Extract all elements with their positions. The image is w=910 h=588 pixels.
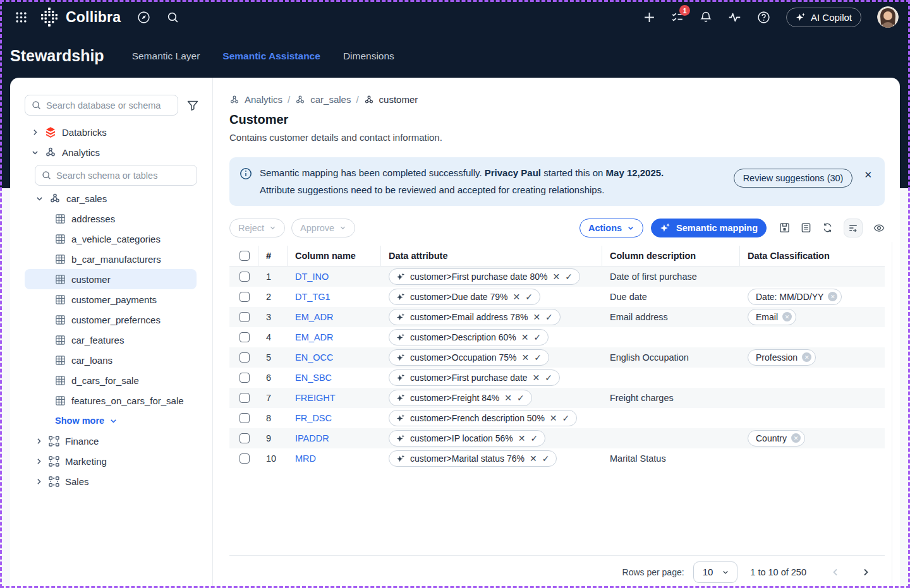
database-search-input[interactable]	[25, 95, 178, 116]
sidebar-item-marketing[interactable]: Marketing	[10, 451, 212, 471]
column-name-link[interactable]: MRD	[295, 453, 316, 464]
reject-suggestion-icon[interactable]: ✕	[521, 333, 529, 342]
row-checkbox[interactable]	[240, 433, 250, 443]
help-icon[interactable]	[757, 11, 770, 24]
sidebar-item-sales[interactable]: Sales	[10, 471, 212, 491]
column-name-link[interactable]: EN_OCC	[295, 352, 333, 363]
sidebar-table-item[interactable]: b_car_manufacturers	[25, 249, 197, 269]
save-view-icon[interactable]	[779, 222, 790, 233]
column-name-link[interactable]: FREIGHT	[295, 393, 336, 403]
reject-suggestion-icon[interactable]: ✕	[533, 313, 540, 321]
previous-page-icon[interactable]	[828, 565, 843, 580]
column-name-link[interactable]: EM_ADR	[295, 332, 333, 342]
approve-button[interactable]: Approve	[291, 219, 355, 237]
accept-suggestion-icon[interactable]: ✓	[542, 454, 550, 463]
filter-sort-icon[interactable]	[844, 219, 863, 237]
reject-suggestion-icon[interactable]: ✕	[530, 454, 537, 463]
eye-icon[interactable]	[873, 222, 885, 234]
sidebar-item-analytics[interactable]: Analytics	[10, 142, 212, 162]
reject-suggestion-icon[interactable]: ✕	[518, 434, 526, 443]
breadcrumb-analytics[interactable]: Analytics	[245, 94, 282, 105]
sidebar-table-item[interactable]: features_on_cars_for_sale	[25, 390, 197, 411]
filter-icon[interactable]	[187, 100, 198, 111]
sidebar-table-item[interactable]: car_features	[25, 330, 197, 350]
reject-suggestion-icon[interactable]: ✕	[513, 292, 520, 301]
sidebar-table-item[interactable]: addresses	[25, 208, 197, 229]
sidebar-table-item[interactable]: a_vehicle_categories	[25, 229, 197, 249]
row-checkbox[interactable]	[240, 393, 250, 403]
tab-dimensions[interactable]: Dimensions	[343, 51, 394, 62]
collibra-logo[interactable]: Collibra	[40, 7, 121, 27]
add-icon[interactable]	[643, 11, 655, 23]
select-all-checkbox[interactable]	[240, 251, 250, 261]
column-name-link[interactable]: DT_TG1	[295, 292, 331, 302]
accept-suggestion-icon[interactable]: ✓	[562, 414, 570, 423]
column-name-link[interactable]: IPADDR	[295, 433, 329, 443]
breadcrumb-car-sales[interactable]: car_sales	[310, 94, 351, 105]
ai-copilot-button[interactable]: AI Copilot	[786, 8, 861, 27]
reject-button[interactable]: Reject	[229, 219, 285, 237]
column-name-link[interactable]: FR_DSC	[295, 413, 332, 423]
reject-suggestion-icon[interactable]: ✕	[533, 373, 540, 382]
sidebar-item-finance[interactable]: Finance	[10, 431, 212, 451]
row-checkbox[interactable]	[240, 373, 250, 383]
table-row: 5 EN_OCC customer>Occupation 75% ✕ ✓ Eng…	[229, 347, 885, 368]
activity-icon[interactable]	[728, 11, 741, 24]
rows-per-page-select[interactable]: 10	[693, 561, 738, 583]
accept-suggestion-icon[interactable]: ✓	[531, 434, 538, 443]
remove-tag-icon[interactable]: ✕	[782, 312, 792, 321]
sidebar-table-label: d_cars_for_sale	[71, 375, 139, 386]
table-toolbar: Reject Approve Actions Semantic ma	[229, 219, 885, 237]
accept-suggestion-icon[interactable]: ✓	[545, 313, 553, 321]
sidebar-table-item[interactable]: customer	[25, 269, 197, 289]
sidebar-table-item[interactable]: d_cars_for_sale	[25, 370, 197, 390]
review-suggestions-button[interactable]: Review suggestions (30)	[734, 169, 853, 188]
sidebar-item-databricks[interactable]: Databricks	[10, 122, 212, 142]
column-name-link[interactable]: EM_ADR	[295, 312, 333, 322]
accept-suggestion-icon[interactable]: ✓	[565, 272, 573, 281]
tab-semantic-assistance[interactable]: Semantic Assistance	[222, 51, 320, 62]
row-checkbox[interactable]	[240, 453, 250, 464]
app-launcher-icon[interactable]	[15, 11, 27, 23]
row-checkbox[interactable]	[240, 272, 250, 282]
banner-message-secondary: Attribute suggestions need to be reviewe…	[260, 183, 664, 197]
close-icon[interactable]: ✕	[863, 169, 873, 181]
sidebar-table-item[interactable]: car_loans	[25, 350, 197, 370]
sparkles-icon	[396, 333, 405, 342]
accept-suggestion-icon[interactable]: ✓	[534, 353, 542, 362]
sidebar-item-car-sales[interactable]: car_sales	[10, 188, 212, 208]
row-checkbox[interactable]	[240, 332, 250, 342]
show-more-button[interactable]: Show more	[10, 411, 212, 431]
row-checkbox[interactable]	[240, 352, 250, 363]
search-icon[interactable]	[167, 11, 179, 23]
compass-icon[interactable]	[137, 11, 150, 24]
sidebar-table-label: car_features	[71, 335, 124, 345]
report-icon[interactable]	[801, 222, 811, 233]
accept-suggestion-icon[interactable]: ✓	[545, 373, 552, 382]
refresh-icon[interactable]	[822, 222, 833, 233]
reject-suggestion-icon[interactable]: ✕	[553, 272, 561, 281]
tab-semantic-layer[interactable]: Semantic Layer	[132, 51, 200, 62]
row-checkbox[interactable]	[240, 312, 250, 322]
actions-button[interactable]: Actions	[579, 219, 643, 237]
user-avatar[interactable]	[877, 6, 899, 28]
accept-suggestion-icon[interactable]: ✓	[517, 393, 525, 402]
reject-suggestion-icon[interactable]: ✕	[504, 393, 512, 402]
reject-suggestion-icon[interactable]: ✕	[550, 414, 557, 423]
sidebar-table-item[interactable]: customer_payments	[25, 289, 197, 309]
remove-tag-icon[interactable]: ✕	[791, 433, 801, 443]
remove-tag-icon[interactable]: ✕	[802, 352, 811, 362]
row-checkbox[interactable]	[240, 292, 250, 302]
sidebar-table-item[interactable]: customer_prefernces	[25, 309, 197, 330]
row-checkbox[interactable]	[240, 413, 250, 423]
bell-icon[interactable]	[700, 11, 712, 23]
accept-suggestion-icon[interactable]: ✓	[525, 292, 533, 301]
next-page-icon[interactable]	[858, 565, 873, 580]
semantic-mapping-button[interactable]: Semantic mapping	[651, 219, 767, 237]
accept-suggestion-icon[interactable]: ✓	[533, 333, 541, 342]
column-name-link[interactable]: EN_SBC	[295, 373, 332, 383]
reject-suggestion-icon[interactable]: ✕	[521, 353, 529, 362]
remove-tag-icon[interactable]: ✕	[828, 292, 837, 301]
schema-search-input[interactable]	[35, 165, 197, 186]
column-name-link[interactable]: DT_INO	[295, 272, 329, 282]
